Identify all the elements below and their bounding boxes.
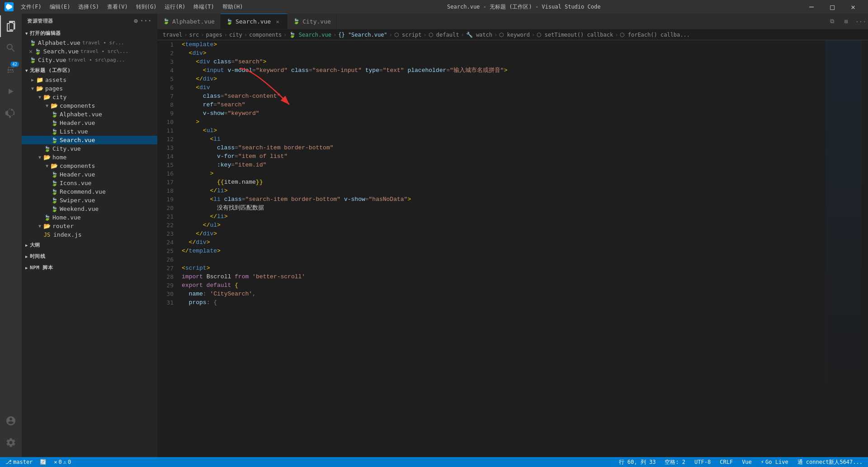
menu-select[interactable]: 选择(S) [75,2,103,12]
bc-city[interactable]: city [229,32,242,38]
vue-file-icon: 🍃 [51,129,58,135]
sidebar-item-assets[interactable]: ▶ 📁 assets [22,76,157,84]
sidebar-item-search[interactable]: 🍃 Search.vue [22,136,157,144]
sidebar-item-home-header[interactable]: 🍃 Header.vue [22,170,157,179]
notifications-item[interactable]: 通 connect新人5647... [796,457,864,467]
sidebar-item-list[interactable]: 🍃 List.vue [22,127,157,136]
minimize-button[interactable]: ─ [801,0,822,14]
menu-edit[interactable]: 编辑(E) [46,2,74,12]
menu-terminal[interactable]: 终端(T) [190,2,218,12]
bc-keyword[interactable]: ⬡ keyword [499,32,530,38]
tab-city[interactable]: 🍃 City.vue [288,14,337,29]
alphabet-vue-label: Alphabet.vue [60,111,102,118]
bc-foreach[interactable]: ⬡ forEach() callba... [620,32,690,38]
open-editor-search[interactable]: ✕ 🍃 Search.vue travel • src\... [22,47,157,56]
code-line-5: </div> [180,75,826,83]
sidebar-item-swiper[interactable]: 🍃 Swiper.vue [22,196,157,205]
git-branch-item[interactable]: ⎇ master [4,457,34,467]
toggle-sidebar-icon[interactable]: ⊞ [839,14,854,29]
workspace-header[interactable]: ▼ 无标题 (工作区) [22,65,157,76]
activity-settings[interactable] [0,432,22,453]
bc-components[interactable]: components [249,32,282,38]
sidebar-item-router[interactable]: ▼ 📂 router [22,222,157,230]
breadcrumb: travel › src › pages › city › components… [157,29,868,40]
menu-view[interactable]: 查看(V) [104,2,132,12]
open-editor-city[interactable]: 🍃 City.vue travel • src\pag... [22,56,157,64]
timeline-header[interactable]: ▶ 时间线 [22,251,157,262]
indentation-item[interactable]: 空格: 2 [663,457,687,467]
close-editor-search-icon[interactable]: ✕ [29,48,33,55]
sidebar-item-home[interactable]: ▼ 📂 home [22,153,157,162]
line-num-18: 18 [157,186,180,195]
live-share-item[interactable]: ⚡ Go Live [759,457,790,467]
npm-header[interactable]: ▶ NPM 脚本 [22,262,157,273]
activity-run[interactable] [0,81,22,102]
sidebar-item-icons[interactable]: 🍃 Icons.vue [22,179,157,187]
sidebar-item-city[interactable]: ▼ 📂 city [22,93,157,101]
outline-header[interactable]: ▶ 大纲 [22,240,157,250]
code-line-24: </div> [180,238,826,247]
bc-pages[interactable]: pages [206,32,222,38]
tab-search[interactable]: 🍃 Search.vue ✕ [221,14,288,29]
npm-label: NPM 脚本 [30,264,53,271]
sidebar-item-weekend[interactable]: 🍃 Weekend.vue [22,205,157,213]
activity-explorer[interactable] [0,15,22,37]
sidebar-item-home-components[interactable]: ▼ 📂 components [22,162,157,170]
tab-close-search[interactable]: ✕ [274,18,282,26]
menu-run[interactable]: 运行(R) [161,2,189,12]
bc-default[interactable]: ⬡ default [429,32,459,38]
bc-script[interactable]: ⬡ script [394,32,422,38]
sidebar-item-city-components[interactable]: ▼ 📂 components [22,101,157,110]
folder-icon: 📂 [36,85,43,92]
activity-extensions[interactable] [0,102,22,124]
language: Vue [742,459,752,465]
sidebar-item-city-vue[interactable]: 🍃 City.vue [22,144,157,153]
source-control-badge: 42 [10,62,19,67]
code-editor[interactable]: <template> <div> <div class="search"> <i… [180,40,826,457]
more-actions-icon[interactable]: ··· [854,14,868,29]
open-editor-alphabet[interactable]: 🍃 Alphabet.vue travel • sr... [22,38,157,47]
menu-help[interactable]: 帮助(H) [219,2,247,12]
language-item[interactable]: Vue [740,457,754,467]
split-editor-icon[interactable]: ⧉ [825,14,839,29]
editor-body: 1 2 3 4 5 6 7 8 9 10 11 12 13 14 15 16 1 [157,40,868,457]
sidebar-more-icon[interactable]: ··· [140,17,152,24]
sync-item[interactable]: 🔄 [38,457,48,467]
open-editors-header[interactable]: ▼ 打开的编辑器 [22,28,157,38]
bc-travel[interactable]: travel [163,32,182,38]
sidebar-item-header[interactable]: 🍃 Header.vue [22,119,157,127]
encoding-item[interactable]: UTF-8 [693,457,712,467]
cursor-position-item[interactable]: 行 60, 列 33 [617,457,658,467]
line-ending-item[interactable]: CRLF [718,457,735,467]
code-line-14: v-for="item of list" [180,152,826,161]
bc-src[interactable]: src [189,32,199,38]
sidebar-item-recommend[interactable]: 🍃 Recommend.vue [22,187,157,196]
sidebar-item-alphabet[interactable]: 🍃 Alphabet.vue [22,110,157,119]
bc-search-vue-obj[interactable]: {} "Search.vue" [338,32,387,38]
minimap [826,40,862,457]
sidebar-item-index-js[interactable]: JS index.js [22,230,157,239]
code-line-25: </template> [180,247,826,255]
code-line-28: import Bscroll from 'better-scroll' [180,272,826,281]
right-scrollbar[interactable] [862,40,868,457]
sidebar-item-pages[interactable]: ▼ 📂 pages [22,84,157,93]
bc-search-vue[interactable]: 🍃 Search.vue [289,32,331,38]
code-line-21: </li> [180,212,826,221]
sidebar-item-home-vue[interactable]: 🍃 Home.vue [22,213,157,222]
line-num-13: 13 [157,143,180,152]
menu-file[interactable]: 文件(F) [17,2,45,12]
new-file-icon[interactable]: ⊕ [134,17,138,24]
expand-arrow: ▼ [36,224,43,229]
bc-watch[interactable]: 🔧 watch [466,32,492,38]
activity-search[interactable] [0,37,22,59]
tab-bar: 🍃 Alphabet.vue 🍃 Search.vue ✕ 🍃 City.vue… [157,14,868,29]
expand-arrow: ▶ [29,77,36,82]
maximize-button[interactable]: □ [822,0,843,14]
activity-source-control[interactable]: 42 [0,59,22,81]
close-button[interactable]: ✕ [843,0,863,14]
bc-settimeout[interactable]: ⬡ setTimeout() callback [537,32,613,38]
errors-item[interactable]: ✕ 0 ⚠ 0 [52,457,73,467]
menu-goto[interactable]: 转到(G) [132,2,160,12]
activity-account[interactable] [0,410,22,432]
tab-alphabet[interactable]: 🍃 Alphabet.vue [157,14,221,29]
